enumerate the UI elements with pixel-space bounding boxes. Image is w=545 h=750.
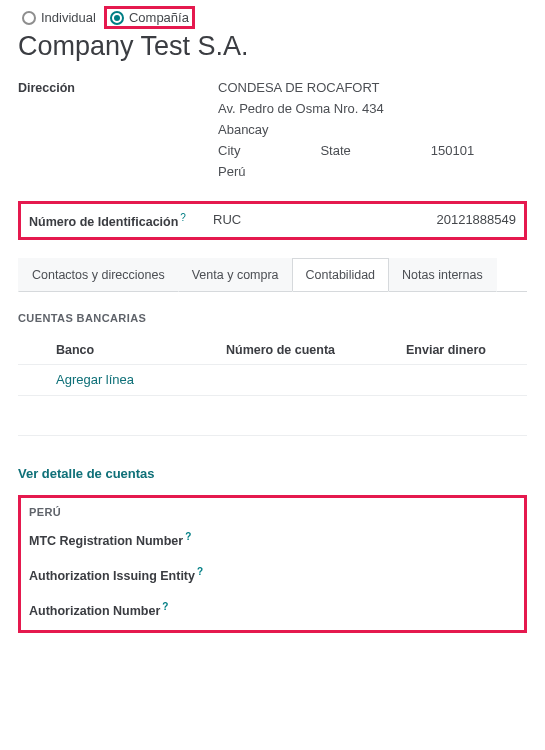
address-street[interactable]: Av. Pedro de Osma Nro. 434 <box>218 101 527 116</box>
address-section: Dirección CONDESA DE ROCAFORT Av. Pedro … <box>18 80 527 185</box>
address-city[interactable]: City <box>218 143 240 158</box>
identification-type[interactable]: RUC <box>213 212 353 227</box>
bank-accounts-caption: CUENTAS BANCARIAS <box>18 312 527 324</box>
address-city2[interactable]: Abancay <box>218 122 527 137</box>
bank-add-line-row: Agregar línea <box>18 365 527 396</box>
tab-accounting[interactable]: Contabilidad <box>292 258 390 291</box>
help-icon[interactable]: ? <box>180 212 186 223</box>
identification-row: Número de Identificación? RUC 2012188854… <box>18 201 527 240</box>
radio-icon <box>110 11 124 25</box>
bank-col-account: Número de cuenta <box>226 343 406 357</box>
mtc-registration-label: MTC Registration Number <box>29 534 183 548</box>
help-icon[interactable]: ? <box>197 566 203 577</box>
address-country[interactable]: Perú <box>218 164 527 179</box>
address-state[interactable]: State <box>320 143 350 158</box>
account-detail-link[interactable]: Ver detalle de cuentas <box>18 466 155 481</box>
identification-value[interactable]: 20121888549 <box>436 212 516 227</box>
bank-col-bank: Banco <box>56 343 226 357</box>
add-line-link[interactable]: Agregar línea <box>56 372 134 387</box>
address-zip[interactable]: 150101 <box>431 143 474 158</box>
help-icon[interactable]: ? <box>162 601 168 612</box>
radio-individual-label: Individual <box>41 10 96 25</box>
radio-company-label: Compañía <box>129 10 189 25</box>
peru-section: PERÚ MTC Registration Number? Authorizat… <box>18 495 527 633</box>
auth-entity-label: Authorization Issuing Entity <box>29 569 195 583</box>
radio-icon <box>22 11 36 25</box>
address-name[interactable]: CONDESA DE ROCAFORT <box>218 80 527 95</box>
tab-notes[interactable]: Notas internas <box>388 258 497 292</box>
auth-number-label: Authorization Number <box>29 604 160 618</box>
company-name[interactable]: Company Test S.A. <box>18 31 527 62</box>
bank-table-header: Banco Número de cuenta Enviar dinero <box>18 336 527 365</box>
entity-type-selector: Individual Compañía <box>18 8 527 27</box>
radio-company[interactable]: Compañía <box>106 8 193 27</box>
tab-contacts[interactable]: Contactos y direcciones <box>18 258 179 292</box>
tab-sales[interactable]: Venta y compra <box>178 258 293 292</box>
auth-entity-field: Authorization Issuing Entity? <box>29 565 209 586</box>
mtc-registration-field: MTC Registration Number? <box>29 530 209 551</box>
identification-label: Número de Identificación <box>29 215 178 229</box>
bank-empty-spacer <box>18 396 527 436</box>
bank-col-send: Enviar dinero <box>406 343 527 357</box>
radio-individual[interactable]: Individual <box>18 8 100 27</box>
auth-number-field: Authorization Number? <box>29 600 209 621</box>
tab-bar: Contactos y direcciones Venta y compra C… <box>18 258 527 292</box>
peru-caption: PERÚ <box>29 506 516 518</box>
address-label: Dirección <box>18 81 75 95</box>
help-icon[interactable]: ? <box>185 531 191 542</box>
